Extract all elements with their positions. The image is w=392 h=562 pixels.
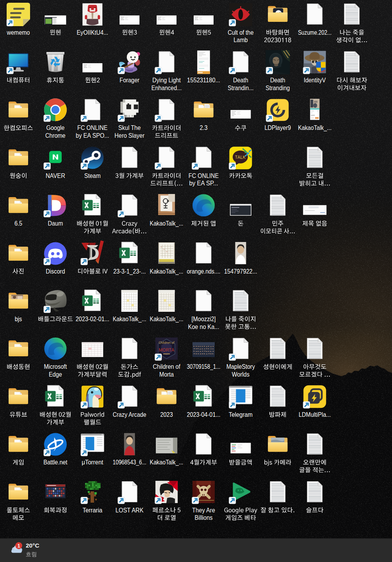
svg-text:30709158_1...: 30709158_1... (187, 363, 221, 370)
svg-text:orange.nds....: orange.nds.... (187, 268, 221, 275)
svg-text:Skul The: Skul The (118, 124, 141, 131)
svg-text:KakaoTalk_...: KakaoTalk_... (298, 124, 331, 132)
svg-text:Edge: Edge (49, 371, 62, 378)
svg-text:Strandin...: Strandin... (228, 84, 253, 91)
svg-text:Chrome: Chrome (45, 132, 66, 139)
svg-text:Worlds: Worlds (232, 371, 249, 378)
svg-text:KakaoTalk_...: KakaoTalk_... (113, 315, 146, 323)
svg-text:20°C: 20°C (26, 542, 39, 549)
svg-text:Cult of the: Cult of the (228, 29, 253, 36)
svg-text:10968543_6...: 10968543_6... (113, 459, 146, 466)
svg-text:by EA SP...: by EA SP... (189, 180, 218, 187)
svg-text:Children of: Children of (153, 363, 181, 370)
svg-text:Discord: Discord (46, 268, 65, 275)
svg-text:[Moozzi2]: [Moozzi2] (191, 315, 216, 322)
svg-text:Enhanced...: Enhanced... (151, 84, 182, 91)
svg-text:Death: Death (233, 76, 248, 84)
svg-text:Terraria: Terraria (82, 507, 103, 514)
svg-text:Forager: Forager (119, 76, 139, 84)
svg-text:2023-02-01...: 2023-02-01... (76, 315, 109, 322)
svg-text:Google: Google (46, 124, 65, 131)
svg-text:KakaoTalk_...: KakaoTalk_... (150, 220, 184, 227)
svg-text:Crazy Arcade: Crazy Arcade (113, 411, 146, 418)
svg-text:Battle.net: Battle.net (43, 459, 68, 466)
svg-text:Steam: Steam (84, 172, 101, 179)
svg-text:155231180...: 155231180... (187, 76, 220, 84)
svg-text:LDPlayer9: LDPlayer9 (264, 124, 291, 131)
svg-text:IdentityV: IdentityV (304, 76, 326, 84)
svg-text:EyOIIKtU4...: EyOIIKtU4... (77, 29, 108, 36)
svg-text:FC ONLINE: FC ONLINE (189, 172, 219, 179)
svg-text:Suzume.202...: Suzume.202... (298, 29, 331, 36)
svg-text:Billions: Billions (195, 514, 213, 521)
svg-text:Koe no Ka...: Koe no Ka... (188, 323, 219, 330)
svg-text:LDMultiPla...: LDMultiPla... (299, 411, 331, 418)
svg-text:1: 1 (18, 543, 20, 549)
svg-text:2023-04-01...: 2023-04-01... (187, 411, 221, 418)
svg-text:NAVER: NAVER (46, 172, 65, 179)
svg-text:Dying Light: Dying Light (152, 76, 181, 84)
svg-text:Morta: Morta (159, 371, 174, 378)
svg-text:Telegram: Telegram (229, 411, 253, 418)
svg-text:6.5: 6.5 (14, 220, 22, 227)
svg-text:23-3-1_23-...: 23-3-1_23-... (113, 268, 146, 275)
svg-text:Stranding: Stranding (265, 84, 290, 91)
svg-text:wememo: wememo (7, 29, 30, 36)
svg-text:Microsoft: Microsoft (44, 363, 67, 370)
svg-text:Death: Death (270, 76, 285, 84)
svg-text:by EA SPO...: by EA SPO... (76, 132, 109, 139)
svg-text:MapleStory: MapleStory (226, 363, 255, 370)
svg-text:KakaoTalk_...: KakaoTalk_... (150, 315, 184, 323)
svg-text:KakaoTalk_...: KakaoTalk_... (150, 459, 184, 466)
svg-text:Lamb: Lamb (233, 36, 248, 43)
svg-text:154797922...: 154797922... (224, 268, 257, 275)
svg-text:Daum: Daum (48, 220, 63, 227)
svg-text:They Are: They Are (192, 507, 215, 514)
svg-text:FC ONLINE: FC ONLINE (77, 124, 107, 131)
svg-text:bjs: bjs (15, 315, 22, 322)
svg-text:Hero Slayer: Hero Slayer (114, 132, 144, 139)
svg-text:KakaoTalk_...: KakaoTalk_... (150, 268, 184, 275)
svg-text:μTorrent: μTorrent (82, 459, 103, 466)
svg-text:2023: 2023 (160, 411, 173, 418)
svg-text:LOST ARK: LOST ARK (116, 507, 144, 514)
svg-text:2.3: 2.3 (200, 124, 207, 131)
